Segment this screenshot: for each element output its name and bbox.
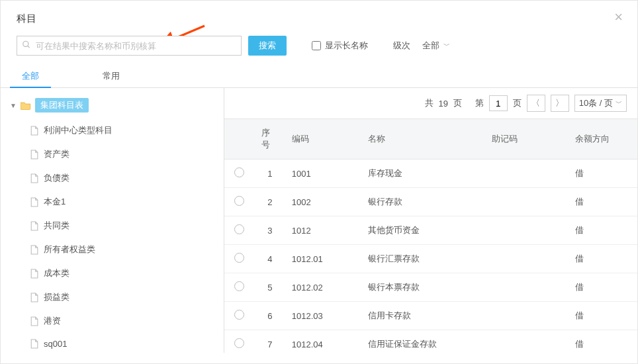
table-row[interactable]: 61012.03信用卡存款借 [224,302,637,330]
tree-item-label: 港资 [44,315,61,327]
tree-item[interactable]: sq001 [27,333,217,353]
cell-direction: 借 [569,245,637,273]
cell-index: 6 [255,302,285,330]
row-radio[interactable] [234,167,244,177]
search-button[interactable]: 搜索 [248,36,287,56]
tree-item[interactable]: 本金1 [27,190,217,214]
pager-size-select[interactable]: 10条 / 页 ﹀ [574,95,627,112]
cell-direction: 借 [569,273,637,302]
cell-direction: 借 [569,159,637,188]
cell-code: 1012 [285,216,361,245]
table-row[interactable]: 11001库存现金借 [224,159,637,188]
tree-item-label: 共同类 [44,220,69,232]
tree-item[interactable]: 所有者权益类 [27,238,217,261]
cell-name: 信用卡存款 [361,302,486,330]
file-icon [30,293,38,302]
pager-total-suffix: 页 [453,97,462,109]
search-input[interactable] [17,36,242,56]
cell-code: 1012.02 [285,273,361,302]
tree-item[interactable]: 损益类 [27,285,217,309]
level-select[interactable]: 全部 ﹀ [422,40,450,52]
table-row[interactable]: 41012.01银行汇票存款借 [224,245,637,273]
pager-page-suffix: 页 [513,97,522,109]
cell-mnemonic [485,302,568,330]
pager-page-input[interactable] [489,95,508,111]
tree-item-label: 利润中心类型科目 [44,124,113,136]
table-row[interactable]: 21002银行存款借 [224,188,637,216]
col-code: 编码 [285,119,361,159]
cell-name: 库存现金 [361,159,486,188]
level-label: 级次 [393,40,410,52]
cell-name: 银行存款 [361,188,486,216]
row-radio[interactable] [234,224,244,234]
cell-name: 其他货币资金 [361,216,486,245]
show-long-name-toggle[interactable]: 显示长名称 [312,40,368,52]
pager-size-label: 10条 / 页 [579,97,613,109]
tree-item[interactable]: 港资 [27,309,217,333]
search-bar: 搜索 显示长名称 级次 全部 ﹀ [1,33,637,65]
tree-item-label: 成本类 [44,267,69,279]
tree-children: 利润中心类型科目资产类负债类本金1共同类所有者权益类成本类损益类港资sq001 [27,118,217,353]
row-radio[interactable] [234,310,244,320]
pager-prev-button[interactable]: 〈 [527,95,545,112]
table-row[interactable]: 71012.04信用证保证金存款借 [224,330,637,353]
file-icon [30,150,38,159]
col-select [224,119,255,159]
cell-mnemonic [485,273,568,302]
file-icon [30,221,38,231]
tree-item-label: 资产类 [44,148,69,160]
cell-index: 4 [255,245,285,273]
row-radio[interactable] [234,281,244,291]
show-long-name-checkbox[interactable] [312,41,321,50]
table-row[interactable]: 51012.02银行本票存款借 [224,273,637,302]
row-radio[interactable] [234,338,244,348]
col-name: 名称 [361,119,486,159]
tree-item[interactable]: 利润中心类型科目 [27,118,217,142]
close-icon[interactable]: × [614,10,623,24]
pager: 共19页 第 页 〈 〉 10条 / 页 ﹀ [224,88,637,118]
cell-mnemonic [485,245,568,273]
search-icon [22,40,31,52]
chevron-right-icon: 〉 [555,97,564,109]
cell-mnemonic [485,159,568,188]
pager-total: 19 [439,99,448,109]
tree-root[interactable]: ▼ 集团科目表 [7,96,217,114]
cell-code: 1001 [285,159,361,188]
cell-code: 1012.04 [285,330,361,353]
pager-next-button[interactable]: 〉 [551,95,569,112]
cell-index: 2 [255,188,285,216]
row-radio[interactable] [234,196,244,206]
pager-total-prefix: 共 [425,97,433,109]
tree-item[interactable]: 共同类 [27,214,217,238]
cell-index: 7 [255,330,285,353]
search-input-wrap [17,36,242,56]
tab-common[interactable]: 常用 [97,65,125,87]
cell-code: 1012.03 [285,302,361,330]
cell-direction: 借 [569,188,637,216]
table-row[interactable]: 31012其他货币资金借 [224,216,637,245]
main-panel: 共19页 第 页 〈 〉 10条 / 页 ﹀ 序号 编码 [224,88,637,353]
cell-direction: 借 [569,216,637,245]
tree-item[interactable]: 负债类 [27,166,217,190]
cell-code: 1002 [285,188,361,216]
file-icon [30,197,38,207]
cell-mnemonic [485,188,568,216]
file-icon [30,245,38,255]
cell-name: 银行本票存款 [361,273,486,302]
row-radio[interactable] [234,253,244,263]
cell-mnemonic [485,330,568,353]
modal-header: 科目 [1,1,637,33]
caret-down-icon[interactable]: ▼ [10,102,17,109]
tree-item-label: 负债类 [44,172,69,184]
folder-icon [21,101,31,110]
svg-point-1 [23,41,28,46]
chevron-down-icon: ﹀ [443,41,450,50]
tree-item[interactable]: 成本类 [27,261,217,285]
tab-all[interactable]: 全部 [17,65,44,87]
chevron-down-icon: ﹀ [615,99,622,108]
tree-item[interactable]: 资产类 [27,142,217,166]
file-icon [30,173,38,183]
file-icon [30,316,38,326]
tree-panel: ▼ 集团科目表 利润中心类型科目资产类负债类本金1共同类所有者权益类成本类损益类… [1,88,224,353]
file-icon [30,126,38,136]
